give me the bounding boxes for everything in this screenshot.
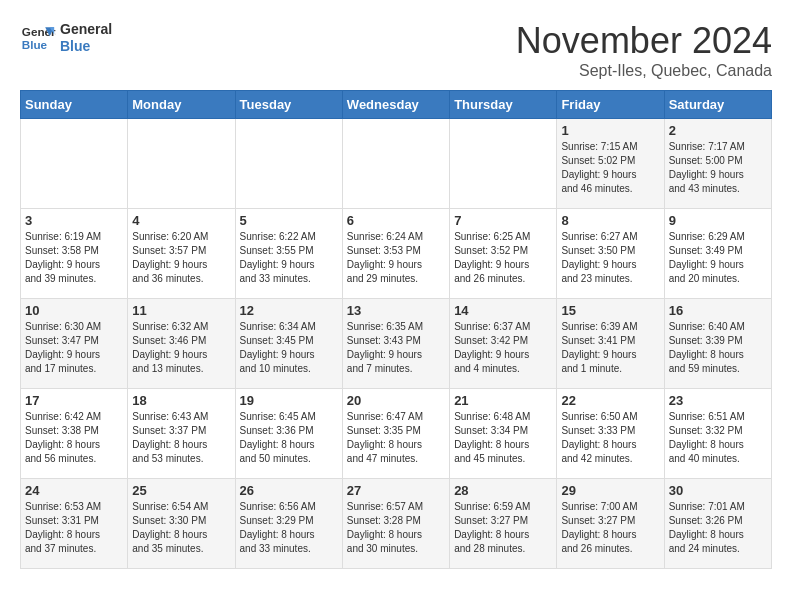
day-number: 3 xyxy=(25,213,123,228)
day-info: Sunrise: 6:43 AM Sunset: 3:37 PM Dayligh… xyxy=(132,410,230,466)
calendar-cell: 3Sunrise: 6:19 AM Sunset: 3:58 PM Daylig… xyxy=(21,209,128,299)
week-row-1: 1Sunrise: 7:15 AM Sunset: 5:02 PM Daylig… xyxy=(21,119,772,209)
calendar-cell: 28Sunrise: 6:59 AM Sunset: 3:27 PM Dayli… xyxy=(450,479,557,569)
calendar-cell: 15Sunrise: 6:39 AM Sunset: 3:41 PM Dayli… xyxy=(557,299,664,389)
day-number: 30 xyxy=(669,483,767,498)
day-number: 23 xyxy=(669,393,767,408)
day-number: 21 xyxy=(454,393,552,408)
day-number: 22 xyxy=(561,393,659,408)
day-number: 4 xyxy=(132,213,230,228)
day-number: 9 xyxy=(669,213,767,228)
day-info: Sunrise: 6:39 AM Sunset: 3:41 PM Dayligh… xyxy=(561,320,659,376)
day-number: 2 xyxy=(669,123,767,138)
day-info: Sunrise: 6:56 AM Sunset: 3:29 PM Dayligh… xyxy=(240,500,338,556)
calendar-body: 1Sunrise: 7:15 AM Sunset: 5:02 PM Daylig… xyxy=(21,119,772,569)
calendar-cell: 5Sunrise: 6:22 AM Sunset: 3:55 PM Daylig… xyxy=(235,209,342,299)
day-info: Sunrise: 6:37 AM Sunset: 3:42 PM Dayligh… xyxy=(454,320,552,376)
weekday-header-monday: Monday xyxy=(128,91,235,119)
day-info: Sunrise: 6:34 AM Sunset: 3:45 PM Dayligh… xyxy=(240,320,338,376)
day-number: 24 xyxy=(25,483,123,498)
week-row-5: 24Sunrise: 6:53 AM Sunset: 3:31 PM Dayli… xyxy=(21,479,772,569)
calendar-cell: 25Sunrise: 6:54 AM Sunset: 3:30 PM Dayli… xyxy=(128,479,235,569)
day-info: Sunrise: 6:47 AM Sunset: 3:35 PM Dayligh… xyxy=(347,410,445,466)
day-info: Sunrise: 7:15 AM Sunset: 5:02 PM Dayligh… xyxy=(561,140,659,196)
calendar-cell xyxy=(128,119,235,209)
day-info: Sunrise: 6:20 AM Sunset: 3:57 PM Dayligh… xyxy=(132,230,230,286)
day-number: 25 xyxy=(132,483,230,498)
logo-icon: General Blue xyxy=(20,20,56,56)
calendar-cell: 22Sunrise: 6:50 AM Sunset: 3:33 PM Dayli… xyxy=(557,389,664,479)
calendar-cell: 8Sunrise: 6:27 AM Sunset: 3:50 PM Daylig… xyxy=(557,209,664,299)
calendar-cell: 7Sunrise: 6:25 AM Sunset: 3:52 PM Daylig… xyxy=(450,209,557,299)
day-info: Sunrise: 6:35 AM Sunset: 3:43 PM Dayligh… xyxy=(347,320,445,376)
calendar-cell: 21Sunrise: 6:48 AM Sunset: 3:34 PM Dayli… xyxy=(450,389,557,479)
week-row-3: 10Sunrise: 6:30 AM Sunset: 3:47 PM Dayli… xyxy=(21,299,772,389)
day-info: Sunrise: 6:54 AM Sunset: 3:30 PM Dayligh… xyxy=(132,500,230,556)
header: General Blue General Blue November 2024 … xyxy=(20,20,772,80)
day-info: Sunrise: 6:27 AM Sunset: 3:50 PM Dayligh… xyxy=(561,230,659,286)
day-number: 28 xyxy=(454,483,552,498)
calendar-table: SundayMondayTuesdayWednesdayThursdayFrid… xyxy=(20,90,772,569)
day-number: 7 xyxy=(454,213,552,228)
week-row-4: 17Sunrise: 6:42 AM Sunset: 3:38 PM Dayli… xyxy=(21,389,772,479)
day-number: 17 xyxy=(25,393,123,408)
day-number: 11 xyxy=(132,303,230,318)
day-info: Sunrise: 6:48 AM Sunset: 3:34 PM Dayligh… xyxy=(454,410,552,466)
calendar-cell: 6Sunrise: 6:24 AM Sunset: 3:53 PM Daylig… xyxy=(342,209,449,299)
calendar-cell: 10Sunrise: 6:30 AM Sunset: 3:47 PM Dayli… xyxy=(21,299,128,389)
day-number: 5 xyxy=(240,213,338,228)
day-number: 27 xyxy=(347,483,445,498)
calendar-cell xyxy=(235,119,342,209)
day-info: Sunrise: 6:51 AM Sunset: 3:32 PM Dayligh… xyxy=(669,410,767,466)
calendar-cell: 20Sunrise: 6:47 AM Sunset: 3:35 PM Dayli… xyxy=(342,389,449,479)
day-info: Sunrise: 6:57 AM Sunset: 3:28 PM Dayligh… xyxy=(347,500,445,556)
day-number: 29 xyxy=(561,483,659,498)
day-number: 10 xyxy=(25,303,123,318)
calendar-cell: 9Sunrise: 6:29 AM Sunset: 3:49 PM Daylig… xyxy=(664,209,771,299)
day-info: Sunrise: 6:29 AM Sunset: 3:49 PM Dayligh… xyxy=(669,230,767,286)
logo-line1: General xyxy=(60,21,112,38)
day-info: Sunrise: 6:30 AM Sunset: 3:47 PM Dayligh… xyxy=(25,320,123,376)
day-number: 18 xyxy=(132,393,230,408)
calendar-cell: 16Sunrise: 6:40 AM Sunset: 3:39 PM Dayli… xyxy=(664,299,771,389)
day-info: Sunrise: 6:45 AM Sunset: 3:36 PM Dayligh… xyxy=(240,410,338,466)
weekday-header-wednesday: Wednesday xyxy=(342,91,449,119)
calendar-cell: 2Sunrise: 7:17 AM Sunset: 5:00 PM Daylig… xyxy=(664,119,771,209)
day-number: 20 xyxy=(347,393,445,408)
day-info: Sunrise: 6:59 AM Sunset: 3:27 PM Dayligh… xyxy=(454,500,552,556)
day-number: 14 xyxy=(454,303,552,318)
calendar-cell: 11Sunrise: 6:32 AM Sunset: 3:46 PM Dayli… xyxy=(128,299,235,389)
calendar-cell: 13Sunrise: 6:35 AM Sunset: 3:43 PM Dayli… xyxy=(342,299,449,389)
day-number: 12 xyxy=(240,303,338,318)
day-info: Sunrise: 6:19 AM Sunset: 3:58 PM Dayligh… xyxy=(25,230,123,286)
calendar-cell: 26Sunrise: 6:56 AM Sunset: 3:29 PM Dayli… xyxy=(235,479,342,569)
day-number: 19 xyxy=(240,393,338,408)
calendar-cell: 17Sunrise: 6:42 AM Sunset: 3:38 PM Dayli… xyxy=(21,389,128,479)
weekday-row: SundayMondayTuesdayWednesdayThursdayFrid… xyxy=(21,91,772,119)
weekday-header-friday: Friday xyxy=(557,91,664,119)
day-info: Sunrise: 6:25 AM Sunset: 3:52 PM Dayligh… xyxy=(454,230,552,286)
weekday-header-tuesday: Tuesday xyxy=(235,91,342,119)
calendar-header: SundayMondayTuesdayWednesdayThursdayFrid… xyxy=(21,91,772,119)
calendar-cell: 18Sunrise: 6:43 AM Sunset: 3:37 PM Dayli… xyxy=(128,389,235,479)
weekday-header-sunday: Sunday xyxy=(21,91,128,119)
week-row-2: 3Sunrise: 6:19 AM Sunset: 3:58 PM Daylig… xyxy=(21,209,772,299)
calendar-cell: 27Sunrise: 6:57 AM Sunset: 3:28 PM Dayli… xyxy=(342,479,449,569)
calendar-cell xyxy=(450,119,557,209)
logo-line2: Blue xyxy=(60,38,112,55)
title-section: November 2024 Sept-Iles, Quebec, Canada xyxy=(516,20,772,80)
subtitle: Sept-Iles, Quebec, Canada xyxy=(516,62,772,80)
main-title: November 2024 xyxy=(516,20,772,62)
day-number: 13 xyxy=(347,303,445,318)
calendar-cell: 14Sunrise: 6:37 AM Sunset: 3:42 PM Dayli… xyxy=(450,299,557,389)
calendar-cell: 19Sunrise: 6:45 AM Sunset: 3:36 PM Dayli… xyxy=(235,389,342,479)
day-number: 15 xyxy=(561,303,659,318)
day-number: 8 xyxy=(561,213,659,228)
day-info: Sunrise: 6:32 AM Sunset: 3:46 PM Dayligh… xyxy=(132,320,230,376)
day-info: Sunrise: 6:42 AM Sunset: 3:38 PM Dayligh… xyxy=(25,410,123,466)
day-number: 1 xyxy=(561,123,659,138)
day-number: 6 xyxy=(347,213,445,228)
calendar-cell: 23Sunrise: 6:51 AM Sunset: 3:32 PM Dayli… xyxy=(664,389,771,479)
calendar-cell: 1Sunrise: 7:15 AM Sunset: 5:02 PM Daylig… xyxy=(557,119,664,209)
calendar-cell: 4Sunrise: 6:20 AM Sunset: 3:57 PM Daylig… xyxy=(128,209,235,299)
